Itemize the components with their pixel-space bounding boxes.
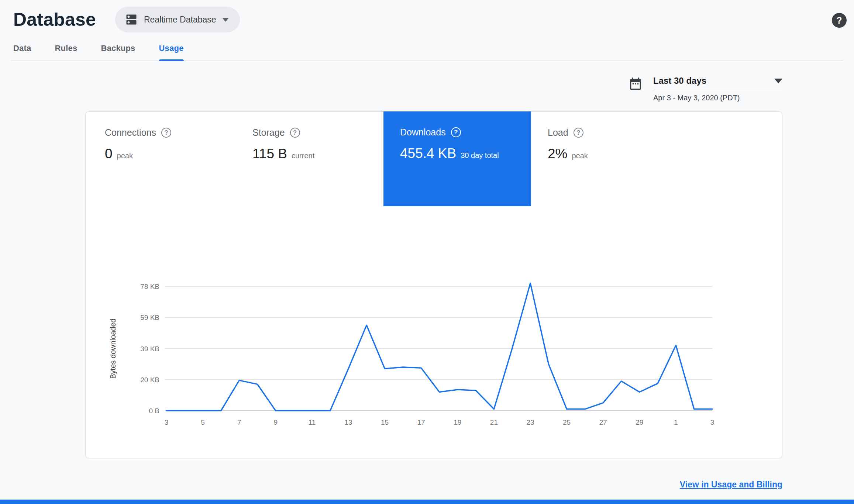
usage-card: Connections ? 0 peak Storage ? 115 B cur…	[85, 111, 782, 458]
help-icon[interactable]: ?	[161, 128, 171, 138]
metric-unit: 30 day total	[461, 151, 499, 160]
date-range-label: Last 30 days	[653, 76, 706, 86]
page-title: Database	[13, 9, 96, 30]
svg-text:5: 5	[201, 418, 205, 426]
svg-text:13: 13	[344, 418, 352, 426]
svg-text:29: 29	[636, 418, 643, 426]
svg-text:3: 3	[710, 418, 714, 426]
metric-label: Load	[548, 127, 568, 138]
metric-value: 2%	[548, 146, 567, 162]
svg-text:11: 11	[309, 418, 316, 426]
svg-text:0 B: 0 B	[149, 407, 159, 415]
metric-tiles: Connections ? 0 peak Storage ? 115 B cur…	[86, 112, 782, 207]
svg-text:59 KB: 59 KB	[140, 314, 159, 321]
date-range-dropdown-column: Last 30 days Apr 3 - May 3, 2020 (PDT)	[653, 76, 782, 102]
calendar-icon	[628, 76, 643, 91]
chevron-down-icon	[222, 18, 229, 22]
tab-bar: Data Rules Backups Usage	[11, 44, 843, 61]
svg-text:25: 25	[563, 418, 571, 426]
footer-link-row: View in Usage and Billing	[680, 480, 782, 490]
tab-backups[interactable]: Backups	[101, 44, 135, 61]
svg-text:27: 27	[599, 418, 607, 426]
svg-text:7: 7	[237, 418, 241, 426]
svg-text:23: 23	[526, 418, 534, 426]
database-icon	[125, 13, 138, 26]
page-header: Database Realtime Database ?	[0, 0, 854, 32]
svg-text:3: 3	[165, 418, 169, 426]
bottom-accent-bar	[0, 500, 854, 504]
metric-unit: peak	[117, 152, 133, 160]
svg-text:19: 19	[454, 418, 461, 426]
metric-value: 115 B	[252, 146, 287, 162]
metric-tile-load[interactable]: Load ? 2% peak	[531, 112, 679, 207]
metric-value: 455.4 KB	[400, 146, 456, 161]
tab-rules[interactable]: Rules	[55, 44, 78, 61]
svg-text:Bytes downloaded: Bytes downloaded	[109, 318, 117, 379]
svg-text:39 KB: 39 KB	[140, 345, 159, 353]
date-range-sublabel: Apr 3 - May 3, 2020 (PDT)	[653, 94, 782, 102]
metric-tile-storage[interactable]: Storage ? 115 B current	[236, 112, 383, 207]
metric-unit: current	[292, 152, 314, 160]
metric-tile-downloads[interactable]: Downloads ? 455.4 KB 30 day total	[383, 111, 531, 206]
svg-text:21: 21	[490, 418, 498, 426]
help-button[interactable]: ?	[832, 13, 847, 28]
tab-usage[interactable]: Usage	[159, 44, 184, 61]
svg-text:9: 9	[274, 418, 278, 426]
firebase-database-page: Database Realtime Database ? Data Rules …	[0, 0, 854, 61]
date-range-dropdown[interactable]: Last 30 days	[653, 76, 782, 90]
date-range-selector: Last 30 days Apr 3 - May 3, 2020 (PDT)	[628, 76, 782, 102]
usage-billing-link[interactable]: View in Usage and Billing	[680, 480, 782, 489]
svg-text:78 KB: 78 KB	[140, 283, 159, 290]
database-selector-label: Realtime Database	[144, 15, 216, 25]
chevron-down-icon	[774, 79, 782, 83]
svg-text:1: 1	[674, 418, 678, 426]
help-icon[interactable]: ?	[574, 128, 583, 138]
svg-text:17: 17	[417, 418, 425, 426]
svg-text:20 KB: 20 KB	[140, 376, 159, 384]
metric-tile-connections[interactable]: Connections ? 0 peak	[88, 112, 236, 207]
metric-label: Storage	[252, 127, 285, 138]
metric-label: Connections	[105, 127, 156, 138]
help-icon[interactable]: ?	[451, 127, 461, 137]
database-type-selector[interactable]: Realtime Database	[115, 7, 240, 32]
metric-value: 0	[105, 146, 113, 162]
svg-text:15: 15	[381, 418, 389, 426]
metric-label: Downloads	[400, 127, 446, 138]
metric-unit: peak	[572, 152, 588, 160]
help-icon[interactable]: ?	[290, 128, 300, 138]
tab-data[interactable]: Data	[13, 44, 31, 61]
